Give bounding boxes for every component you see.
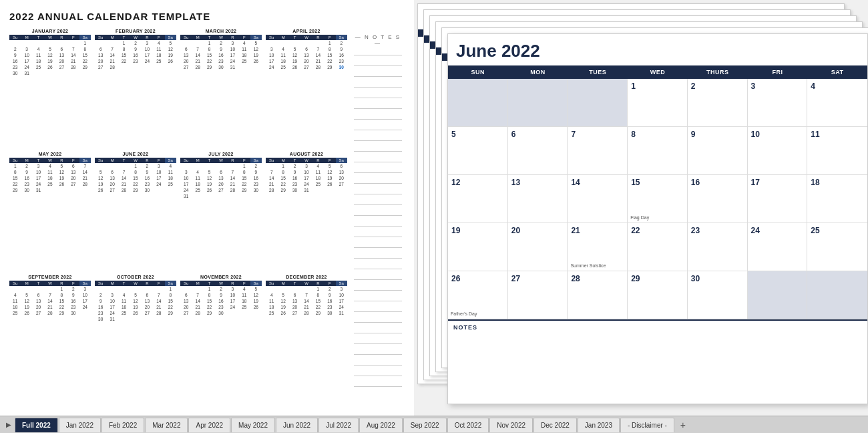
notes-line bbox=[354, 145, 402, 152]
june-day: 28 bbox=[568, 271, 628, 319]
notes-line bbox=[354, 231, 402, 237]
day-number: 6 bbox=[511, 130, 516, 139]
mini-month: AUGUST 2022SuMTWRFSa12345678910111213141… bbox=[266, 152, 347, 269]
mini-month-title: JUNE 2022 bbox=[95, 152, 176, 156]
day-number: 13 bbox=[511, 178, 520, 187]
june-day: 23 bbox=[688, 223, 748, 271]
day-number: 28 bbox=[571, 274, 580, 283]
june-title: June 2022 bbox=[456, 41, 859, 61]
day-number: 20 bbox=[511, 226, 520, 235]
notes-line bbox=[354, 380, 402, 387]
june-day: 30 bbox=[688, 271, 748, 319]
notes-line bbox=[354, 327, 402, 333]
tab-feb-2022[interactable]: Feb 2022 bbox=[101, 418, 144, 432]
day-number: 17 bbox=[751, 178, 760, 187]
day-number: 2 bbox=[691, 82, 696, 91]
day-number: 16 bbox=[691, 178, 700, 187]
june-col-header: SUN bbox=[448, 65, 508, 79]
june-day: 13 bbox=[508, 175, 568, 223]
day-number: 25 bbox=[811, 226, 819, 235]
june-day: 29 bbox=[628, 271, 688, 319]
june-day: 4 bbox=[807, 79, 867, 126]
june-col-header: MON bbox=[508, 65, 568, 79]
day-number: 1 bbox=[631, 82, 636, 91]
mini-month: MARCH 2022SuMTWRFSa123456789101112131415… bbox=[180, 29, 262, 146]
day-number: 29 bbox=[631, 274, 640, 283]
notes-line bbox=[354, 209, 402, 216]
notes-line bbox=[354, 92, 402, 98]
tab-jun-2022[interactable]: Jun 2022 bbox=[276, 418, 318, 432]
mini-month-title: DECEMBER 2022 bbox=[266, 275, 347, 279]
june-day: 5 bbox=[448, 127, 508, 174]
tab-aug-2022[interactable]: Aug 2022 bbox=[359, 418, 403, 432]
tab-jul-2022[interactable]: Jul 2022 bbox=[318, 418, 359, 432]
tab-full-2022[interactable]: Full 2022 bbox=[15, 418, 58, 432]
june-day: 22 bbox=[628, 223, 688, 271]
day-number: 22 bbox=[631, 226, 640, 235]
june-day: 9 bbox=[688, 127, 748, 174]
day-event: Father's Day bbox=[451, 311, 477, 316]
june-day: 8 bbox=[628, 127, 688, 174]
mini-month-title: APRIL 2022 bbox=[266, 29, 347, 33]
day-number: 5 bbox=[451, 130, 456, 139]
june-week: 567891011 bbox=[448, 127, 867, 175]
day-number: 18 bbox=[811, 178, 819, 187]
right-panel: January 2022 SUNMONTUESWEDTHURSFRISAT Fe… bbox=[414, 0, 868, 416]
mini-month: SEPTEMBER 2022SuMTWRFSa12345678910111213… bbox=[9, 275, 91, 392]
tab-dec-2022[interactable]: Dec 2022 bbox=[533, 418, 577, 432]
tab-scroll-left[interactable]: ▶ bbox=[3, 419, 15, 431]
tab-may-2022[interactable]: May 2022 bbox=[231, 418, 275, 432]
june-day: 24 bbox=[748, 223, 808, 271]
day-number: 4 bbox=[811, 82, 815, 91]
notes-line bbox=[354, 252, 402, 259]
notes-line bbox=[354, 263, 402, 269]
day-number: 12 bbox=[451, 178, 460, 187]
day-number: 9 bbox=[691, 130, 696, 139]
june-col-header: WED bbox=[628, 65, 688, 79]
day-event: Flag Day bbox=[630, 215, 649, 220]
notes-line bbox=[354, 156, 402, 162]
mini-month: FEBRUARY 2022SuMTWRFSa123456789101112131… bbox=[95, 29, 176, 146]
tab-add-button[interactable]: + bbox=[676, 418, 690, 432]
notes-line bbox=[354, 102, 402, 109]
june-day: 3 bbox=[748, 79, 808, 126]
mini-month: MAY 2022SuMTWRFSa12345678910111213141516… bbox=[9, 152, 91, 269]
tab-jan-2022[interactable]: Jan 2022 bbox=[59, 418, 101, 432]
tab-jan-2023[interactable]: Jan 2023 bbox=[578, 418, 620, 432]
june-week: 12131415Flag Day161718 bbox=[448, 175, 867, 223]
notes-line bbox=[354, 49, 402, 55]
june-day: 12 bbox=[448, 175, 508, 223]
june-day: 25 bbox=[807, 223, 867, 271]
tab-nov-2022[interactable]: Nov 2022 bbox=[489, 418, 533, 432]
tab-apr-2022[interactable]: Apr 2022 bbox=[188, 418, 230, 432]
june-calendar: June 2022 SUNMONTUESWEDTHURSFRISAT 12345… bbox=[447, 33, 868, 404]
notes-line bbox=[354, 177, 402, 184]
mini-month: DECEMBER 2022SuMTWRFSa123456789101112131… bbox=[266, 275, 347, 392]
mini-month: JUNE 2022SuMTWRFSa1234567891011121314151… bbox=[95, 152, 176, 269]
notes-column: — N O T E S — bbox=[351, 29, 405, 392]
mini-month-title: MARCH 2022 bbox=[180, 29, 262, 33]
mini-month: APRIL 2022SuMTWRFSa123456789101112131415… bbox=[266, 29, 347, 146]
tab-oct-2022[interactable]: Oct 2022 bbox=[447, 418, 489, 432]
mini-month: OCTOBER 2022SuMTWRFSa1234567891011121314… bbox=[95, 275, 176, 392]
tab-mar-2022[interactable]: Mar 2022 bbox=[145, 418, 188, 432]
june-cal-body: 123456789101112131415Flag Day16171819202… bbox=[448, 79, 867, 319]
tab-sep-2022[interactable]: Sep 2022 bbox=[403, 418, 447, 432]
june-week: 192021Summer Solstice22232425 bbox=[448, 223, 867, 271]
notes-line bbox=[354, 220, 402, 227]
day-number: 11 bbox=[811, 130, 819, 139]
june-header: June 2022 bbox=[448, 34, 867, 65]
notes-line bbox=[354, 359, 402, 366]
mini-month: JANUARY 2022SuMTWRFSa1234567891011121314… bbox=[9, 29, 91, 146]
notes-line bbox=[354, 134, 402, 141]
day-number: 15 bbox=[631, 178, 640, 187]
notes-line bbox=[354, 198, 402, 205]
months-grid: JANUARY 2022SuMTWRFSa1234567891011121314… bbox=[9, 29, 347, 392]
mini-month: JULY 2022SuMTWRFSa1234567891011121314151… bbox=[180, 152, 262, 269]
tab---disclaimer--[interactable]: - Disclaimer - bbox=[620, 418, 674, 432]
day-number: 19 bbox=[451, 226, 460, 235]
june-day: 16 bbox=[688, 175, 748, 223]
day-number: 21 bbox=[571, 226, 580, 235]
notes-line bbox=[354, 370, 402, 376]
june-day: 6 bbox=[508, 127, 568, 174]
